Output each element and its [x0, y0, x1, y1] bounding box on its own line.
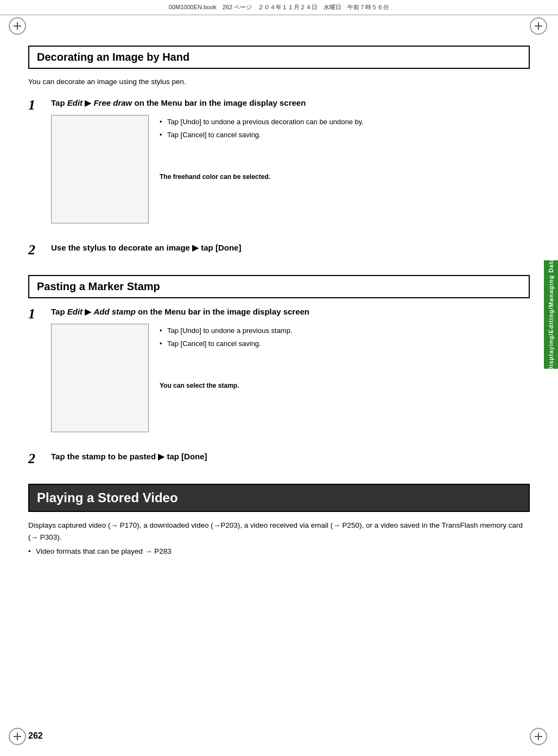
side-tab: Displaying/Editing/Managing Data [544, 260, 558, 369]
section2-step1-bullet1: Tap [Undo] to undone a previous stamp. [160, 326, 530, 336]
section2-step2-title: Tap the stamp to be pasted ▶ tap [Done] [51, 451, 530, 462]
section1-header: Decorating an Image by Hand [28, 46, 530, 69]
section2-step1-image [51, 324, 149, 432]
section-pasting: Pasting a Marker Stamp 1 Tap Edit ▶ Add … [28, 275, 530, 469]
step2-title: Use the stylus to decorate an image ▶ ta… [51, 242, 530, 253]
corner-decoration-top-right [530, 17, 549, 37]
section2-step1-title: Tap Edit ▶ Add stamp on the Menu bar in … [51, 306, 530, 317]
section2-header: Pasting a Marker Stamp [28, 275, 530, 298]
content-area: Decorating an Image by Hand You can deco… [28, 35, 530, 558]
section3-description: Displays captured video (→ P170), a down… [28, 520, 530, 543]
section2-step2-number: 2 [28, 452, 48, 466]
section3-bullet: Video formats that can be played → P283 [28, 546, 530, 557]
section2-step1-caption: You can select the stamp. [160, 382, 530, 389]
page-number: 262 [28, 731, 43, 741]
section2-step1: 1 Tap Edit ▶ Add stamp on the Menu bar i… [28, 306, 530, 440]
step2-number: 2 [28, 243, 48, 257]
section1-step1: 1 Tap Edit ▶ Free draw on the Menu bar i… [28, 97, 530, 231]
step1-bullet1: Tap [Undo] to undone a previous decorati… [160, 117, 530, 127]
section-decorating: Decorating an Image by Hand You can deco… [28, 46, 530, 260]
corner-decoration-bottom-right [530, 728, 549, 747]
section2-step1-number: 1 [28, 307, 48, 321]
header-bar: 00M1000EN.book 262 ページ ２０４年１１月２４日 水曜日 午前… [0, 0, 558, 15]
header-text: 00M1000EN.book 262 ページ ２０４年１１月２４日 水曜日 午前… [169, 3, 389, 11]
step1-image-notes: Tap [Undo] to undone a previous decorati… [51, 115, 530, 223]
section1-step2: 2 Use the stylus to decorate an image ▶ … [28, 242, 530, 260]
step1-content: Tap Edit ▶ Free draw on the Menu bar in … [51, 97, 530, 231]
step2-content: Use the stylus to decorate an image ▶ ta… [51, 242, 530, 260]
section2-step1-notes: Tap [Undo] to undone a previous stamp. T… [160, 324, 530, 432]
corner-decoration-bottom-left [9, 728, 28, 747]
section2-step1-content: Tap Edit ▶ Add stamp on the Menu bar in … [51, 306, 530, 440]
step1-caption: The freehand color can be selected. [160, 173, 530, 181]
section2-step2-content: Tap the stamp to be pasted ▶ tap [Done] [51, 451, 530, 469]
section-video: Playing a Stored Video Displays captured… [28, 484, 530, 557]
section1-intro: You can decorate an image using the styl… [28, 76, 530, 87]
step1-notes: Tap [Undo] to undone a previous decorati… [160, 115, 530, 223]
step1-number: 1 [28, 98, 48, 112]
side-tab-label: Displaying/Editing/Managing Data [548, 258, 554, 371]
section2-step1-image-notes: Tap [Undo] to undone a previous stamp. T… [51, 324, 530, 432]
section3-header: Playing a Stored Video [28, 484, 530, 512]
section2-step1-bullet2: Tap [Cancel] to cancel saving. [160, 339, 530, 349]
step1-title: Tap Edit ▶ Free draw on the Menu bar in … [51, 97, 530, 108]
corner-decoration-top-left [9, 17, 28, 37]
step1-image [51, 115, 149, 223]
section2-step2: 2 Tap the stamp to be pasted ▶ tap [Done… [28, 451, 530, 469]
step1-bullet2: Tap [Cancel] to cancel saving. [160, 130, 530, 140]
